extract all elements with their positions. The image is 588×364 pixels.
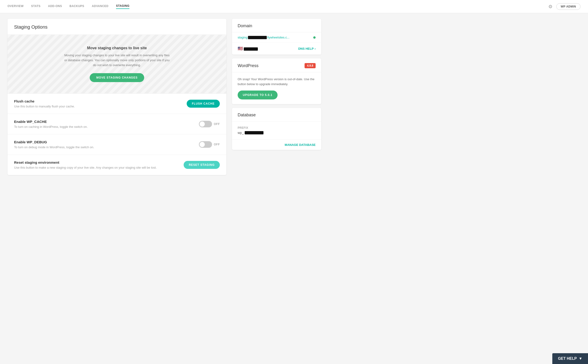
nav-right-controls: ⚙ WP ADMIN	[548, 3, 581, 10]
wordpress-card-header: WordPress 4.9.8	[232, 58, 321, 72]
gear-button[interactable]: ⚙	[548, 4, 553, 9]
flag-icon: 🇺🇸	[238, 46, 243, 51]
staging-url-link[interactable]: staging flywheelsites.c...	[238, 36, 289, 39]
wpdebug-title: Enable WP_DEBUG	[14, 140, 94, 144]
top-navigation: OVERVIEW STATS ADD-ONS BACKUPS ADVANCED …	[0, 0, 588, 13]
wpcache-title: Enable WP_CACHE	[14, 120, 87, 124]
reset-staging-section: Reset staging environment Use this butto…	[7, 155, 226, 175]
wp-version-badge: 4.9.8	[305, 63, 316, 68]
main-column: Staging Options Move staging changes to …	[7, 19, 226, 175]
staging-url-suffix: flywheelsites.c...	[267, 36, 289, 39]
staging-url-middle	[248, 36, 267, 39]
domain-card: Domain staging flywheelsites.c... 🇺🇸 DNS…	[232, 19, 321, 55]
wpdebug-description: To turn on debug mode in WordPress, togg…	[14, 145, 94, 149]
wpcache-toggle[interactable]	[199, 121, 212, 127]
nav-stats[interactable]: STATS	[31, 5, 40, 9]
flush-cache-info: Flush cache Use this button to manually …	[14, 99, 75, 108]
custom-domain-row: 🇺🇸 DNS HELP ›	[232, 43, 321, 55]
custom-domain-info: 🇺🇸	[238, 46, 258, 51]
wpdebug-slider	[199, 141, 212, 148]
wpcache-section: Enable WP_CACHE To turn on caching in Wo…	[7, 114, 226, 134]
wp-admin-button[interactable]: WP ADMIN	[556, 3, 581, 10]
database-card-header: Database	[232, 108, 321, 122]
prefix-value: wp_	[238, 131, 316, 135]
wpcache-info: Enable WP_CACHE To turn on caching in Wo…	[14, 120, 87, 129]
move-staging-title: Move staging changes to live site	[14, 46, 220, 50]
dns-help-link[interactable]: DNS HELP ›	[298, 47, 316, 50]
page-content: Staging Options Move staging changes to …	[0, 13, 329, 181]
reset-staging-info: Reset staging environment Use this butto…	[14, 160, 157, 169]
wpdebug-info: Enable WP_DEBUG To turn on debug mode in…	[14, 140, 94, 149]
database-body: Prefix wp_	[232, 122, 321, 139]
domain-title: Domain	[238, 23, 252, 28]
chevron-right-icon: ›	[315, 47, 316, 50]
flush-cache-title: Flush cache	[14, 99, 75, 103]
wpdebug-toggle[interactable]	[199, 141, 212, 148]
wpdebug-section: Enable WP_DEBUG To turn on debug mode in…	[7, 134, 226, 155]
nav-staging[interactable]: STAGING	[116, 4, 129, 9]
database-title: Database	[238, 113, 256, 117]
flush-cache-description: Use this button to manually flush your c…	[14, 105, 75, 108]
staging-domain-row: staging flywheelsites.c...	[232, 32, 321, 43]
move-staging-description: Moving your staging changes to your live…	[63, 53, 171, 68]
wpcache-toggle-label: OFF	[214, 123, 220, 126]
flush-cache-button[interactable]: FLUSH CACHE	[187, 100, 220, 108]
wpdebug-toggle-wrap: OFF	[199, 141, 220, 148]
staging-options-card: Staging Options Move staging changes to …	[7, 19, 226, 175]
prefix-text: wp_	[238, 131, 244, 135]
staging-domain-url: staging flywheelsites.c...	[238, 36, 289, 39]
domain-card-header: Domain	[232, 19, 321, 32]
nav-addons[interactable]: ADD-ONS	[48, 5, 62, 9]
database-card: Database Prefix wp_ MANAGE DATABASE	[232, 108, 321, 150]
wordpress-warning: Oh snap! Your WordPress version is out-o…	[238, 77, 316, 87]
reset-staging-button[interactable]: RESET STAGING	[184, 161, 220, 169]
wpcache-toggle-wrap: OFF	[199, 121, 220, 127]
nav-backups[interactable]: BACKUPS	[69, 5, 84, 9]
nav-links: OVERVIEW STATS ADD-ONS BACKUPS ADVANCED …	[7, 4, 129, 9]
move-staging-section: Move staging changes to live site Moving…	[7, 35, 226, 94]
flush-cache-section: Flush cache Use this button to manually …	[7, 94, 226, 114]
wordpress-title: WordPress	[238, 63, 259, 68]
move-staging-button[interactable]: MOVE STAGING CHANGES	[90, 73, 144, 82]
custom-domain-masked	[244, 47, 258, 51]
reset-staging-title: Reset staging environment	[14, 160, 157, 164]
nav-overview[interactable]: OVERVIEW	[7, 5, 23, 9]
wordpress-card-body: Oh snap! Your WordPress version is out-o…	[232, 72, 321, 104]
reset-staging-description: Use this button to make a new staging co…	[14, 166, 157, 169]
wordpress-card: WordPress 4.9.8 Oh snap! Your WordPress …	[232, 58, 321, 104]
staging-url-prefix: staging	[238, 36, 247, 39]
status-indicator	[313, 36, 316, 39]
card-title: Staging Options	[14, 24, 220, 30]
card-header: Staging Options	[7, 19, 226, 35]
prefix-label: Prefix	[238, 126, 316, 130]
dns-help-label: DNS HELP	[298, 47, 314, 50]
sidebar: Domain staging flywheelsites.c... 🇺🇸 DNS…	[232, 19, 321, 175]
wpcache-description: To turn on caching in WordPress, toggle …	[14, 125, 87, 129]
wpdebug-toggle-label: OFF	[214, 143, 220, 146]
manage-database-link[interactable]: MANAGE DATABASE	[285, 143, 316, 147]
nav-advanced[interactable]: ADVANCED	[92, 5, 108, 9]
upgrade-wordpress-button[interactable]: UPGRADE TO 5.0.1	[238, 91, 278, 99]
wpcache-slider	[199, 121, 212, 127]
manage-db-row: MANAGE DATABASE	[232, 139, 321, 150]
prefix-masked	[245, 131, 263, 134]
